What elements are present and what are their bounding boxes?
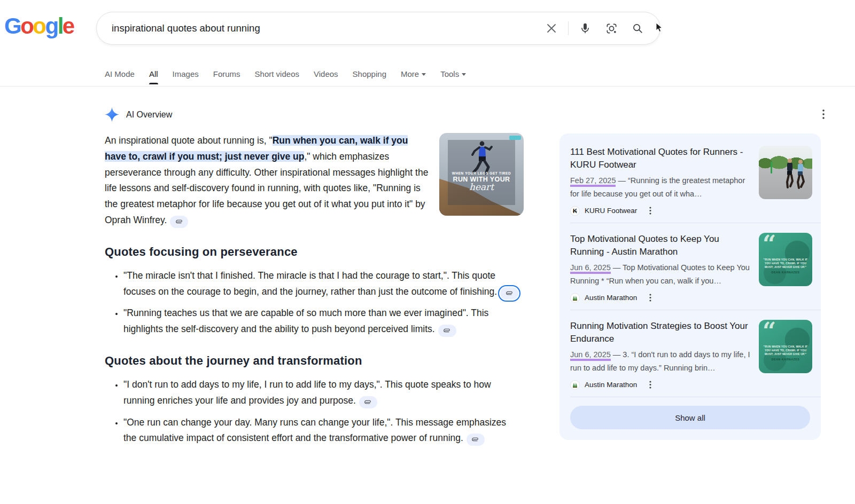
source-link-chip-focused[interactable] — [500, 287, 518, 300]
source-card[interactable]: Top Motivational Quotes to Keep You Runn… — [559, 223, 821, 310]
quote-list-item: "One run can change your day. Many runs … — [123, 415, 520, 447]
search-input[interactable]: inspirational quotes about running — [112, 22, 541, 34]
result-date: Jun 6, 2025 — [570, 263, 611, 274]
section-heading-perseverance: Quotes focusing on perseverance — [105, 245, 524, 259]
tab-shopping[interactable]: Shopping — [353, 69, 386, 78]
austin-marathon-favicon — [570, 380, 580, 390]
source-name: Austin Marathon — [585, 294, 637, 302]
mouse-cursor — [655, 22, 664, 33]
card-overflow-menu-icon[interactable] — [647, 380, 654, 390]
runners-photo-thumbnail[interactable] — [759, 146, 812, 199]
hero-image[interactable]: WHEN YOUR LEGS GET TIRED RUN WITH YOUR h… — [439, 133, 524, 216]
source-card-snippet: Jun 6, 2025 — 3. “I don't run to add day… — [570, 348, 751, 375]
tab-all[interactable]: All — [149, 69, 158, 78]
quote-list-item: "The miracle isn't that I finished. The … — [123, 268, 520, 300]
card-overflow-menu-icon[interactable] — [647, 293, 654, 303]
quote-list-item: "I don't run to add days to my life, I r… — [123, 377, 520, 409]
clear-icon[interactable] — [541, 18, 562, 39]
tabs-divider — [0, 86, 855, 86]
google-logo[interactable]: Google — [4, 13, 74, 39]
source-card[interactable]: Running Motivation Strategies to Boost Y… — [559, 310, 821, 397]
sources-panel: 111 Best Motivational Quotes for Runners… — [559, 133, 821, 440]
quote-mark-graphic: “ — [763, 233, 776, 259]
result-filter-tabs: AI Mode All Images Forums Short videos V… — [105, 62, 466, 85]
source-name: KURU Footwear — [585, 207, 637, 215]
result-date: Feb 27, 2025 — [570, 176, 616, 187]
tab-ai-mode[interactable]: AI Mode — [105, 69, 135, 78]
quote-graphic-thumbnail[interactable]: “ "RUN WHEN YOU CAN, WALK IF YOU HAVE TO… — [759, 320, 812, 373]
logo-letter: o — [33, 13, 45, 38]
quote-mark-graphic: “ — [763, 320, 776, 346]
logo-letter: g — [45, 13, 57, 38]
source-card-snippet: Feb 27, 2025 — “Running is the greatest … — [570, 174, 751, 201]
source-card-title[interactable]: Top Motivational Quotes to Keep You Runn… — [570, 233, 751, 258]
card-overflow-menu-icon[interactable] — [647, 206, 654, 216]
source-card[interactable]: 111 Best Motivational Quotes for Runners… — [559, 136, 821, 223]
tab-videos[interactable]: Videos — [314, 69, 338, 78]
lens-icon[interactable] — [601, 18, 622, 39]
source-link-chip[interactable] — [170, 216, 188, 228]
logo-letter: o — [20, 13, 33, 38]
quote-list-item: "Running teaches us that we are capable … — [123, 305, 520, 337]
tab-tools[interactable]: Tools — [440, 69, 466, 78]
source-card-snippet: Jun 6, 2025 — Top Motivational Quotes to… — [570, 261, 751, 288]
image-badge — [509, 136, 521, 140]
logo-letter: G — [4, 13, 20, 38]
journey-quote-list: "I don't run to add days to my life, I r… — [105, 377, 524, 446]
search-box[interactable]: inspirational quotes about running — [96, 12, 660, 45]
logo-letter: l — [58, 13, 63, 38]
perseverance-quote-list: "The miracle isn't that I finished. The … — [105, 268, 524, 337]
search-icon[interactable] — [627, 18, 648, 39]
ai-overview-content: An inspirational quote about running is,… — [105, 133, 524, 452]
tab-more[interactable]: More — [401, 69, 426, 78]
card-divider — [570, 397, 821, 397]
caret-down-icon — [422, 73, 426, 76]
section-heading-journey: Quotes about the journey and transformat… — [105, 354, 524, 368]
quote-graphic-thumbnail[interactable]: “ "RUN WHEN YOU CAN, WALK IF YOU HAVE TO… — [759, 233, 812, 286]
tab-images[interactable]: Images — [173, 69, 199, 78]
ai-sparkle-icon — [105, 107, 119, 122]
logo-letter: e — [63, 13, 74, 38]
source-card-title[interactable]: 111 Best Motivational Quotes for Runners… — [570, 146, 751, 171]
result-date: Jun 6, 2025 — [570, 350, 611, 361]
caret-down-icon — [462, 73, 466, 76]
source-link-chip[interactable] — [438, 325, 456, 337]
ai-overview-title: AI Overview — [126, 110, 172, 120]
kuru-favicon: K — [570, 206, 580, 216]
austin-marathon-favicon — [570, 293, 580, 303]
source-name: Austin Marathon — [585, 381, 637, 389]
source-link-chip[interactable] — [467, 434, 485, 446]
show-all-button[interactable]: Show all — [570, 406, 810, 429]
search-divider — [568, 21, 569, 35]
overflow-menu-icon[interactable] — [821, 108, 826, 120]
tab-forums[interactable]: Forums — [213, 69, 240, 78]
hero-caption: WHEN YOUR LEGS GET TIRED RUN WITH YOUR h… — [439, 171, 524, 192]
microphone-icon[interactable] — [574, 18, 596, 39]
tab-short-videos[interactable]: Short videos — [255, 69, 299, 78]
ai-overview-paragraph: An inspirational quote about running is,… — [105, 133, 429, 229]
source-card-title[interactable]: Running Motivation Strategies to Boost Y… — [570, 320, 751, 345]
runners-figures — [782, 158, 808, 191]
source-link-chip[interactable] — [359, 396, 377, 408]
google-search-page: Google inspirational quotes about runnin… — [0, 0, 855, 504]
